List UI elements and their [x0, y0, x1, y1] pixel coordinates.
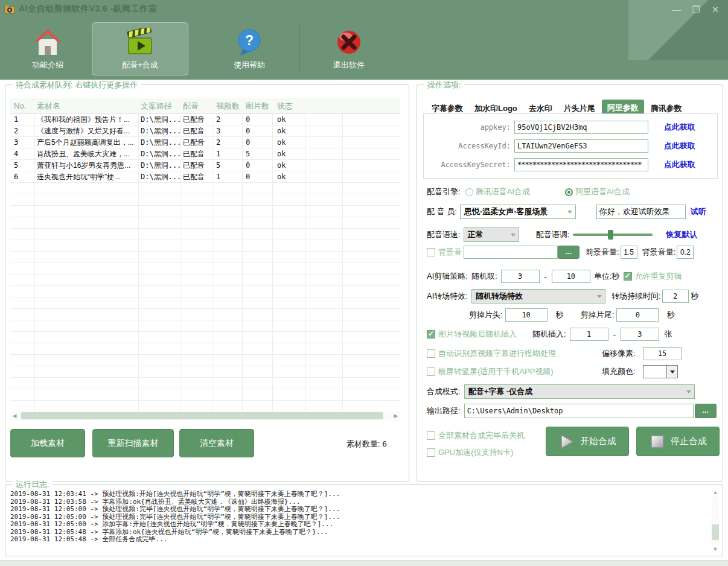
table-cell-name: 萧亚轩与小16岁男友再秀恩... — [34, 160, 138, 171]
compose-mode-dropdown[interactable]: 配音+字幕 -仅合成 — [464, 384, 695, 399]
log-vertical-scrollbar[interactable]: ▲ ▼ — [711, 489, 720, 552]
bgm-checkbox[interactable] — [427, 248, 435, 256]
accesskeysecret-get-link[interactable]: 点此获取 — [664, 159, 695, 170]
appkey-get-link[interactable]: 点此获取 — [664, 122, 695, 133]
toolbar-item-help[interactable]: ? 使用帮助 — [216, 28, 283, 71]
rotate-portrait-checkbox[interactable] — [427, 367, 435, 376]
blur-subtitle-label[interactable]: 自动识别原视频字幕进行模糊处理 — [438, 348, 556, 359]
bgm-label[interactable]: 背景音 — [438, 247, 462, 258]
log-scrollbar-thumb[interactable] — [712, 524, 719, 540]
insert-max-input[interactable] — [621, 328, 659, 341]
blur-subtitle-checkbox[interactable] — [427, 349, 435, 358]
toolbar-item-intro[interactable]: 功能介绍 — [14, 28, 81, 71]
titlebar: AI全自动剪辑软件V3.6 -跃网工作室 — ❐ ✕ — [0, 0, 728, 18]
scroll-up-icon[interactable]: ▲ — [711, 489, 720, 495]
column-header[interactable]: 图片数 — [242, 98, 272, 113]
accesskeyid-get-link[interactable]: 点此获取 — [664, 141, 695, 151]
log-scrollbar-track[interactable] — [712, 497, 719, 545]
scroll-down-icon[interactable]: ▼ — [711, 546, 720, 552]
accesskeysecret-input[interactable] — [514, 158, 648, 171]
allow-repeat-label[interactable]: 允许重复剪辑 — [635, 271, 682, 282]
engine-ali-label[interactable]: 阿里语音AI合成 — [575, 186, 630, 197]
table-cell-images: 5 — [242, 148, 272, 160]
clip-min-input[interactable] — [501, 270, 540, 283]
table-row[interactable]: 6连央视也开始玩“明学”梗...D:\黑洞...已配音10ok — [10, 171, 400, 183]
chevron-down-icon — [511, 234, 516, 237]
column-header[interactable]: 配音 — [180, 98, 212, 113]
trim-head-input[interactable] — [505, 308, 548, 322]
offset-pixels-input[interactable] — [643, 347, 682, 360]
shutdown-checkbox[interactable] — [427, 431, 435, 440]
transition-duration-input[interactable] — [662, 290, 689, 303]
gpu-label[interactable]: GPU加速(仅支持N卡) — [438, 447, 513, 458]
stop-compose-button[interactable]: 停止合成 — [636, 427, 720, 456]
table-cell-name: 产后5个月赵丽颖高调复出，... — [34, 137, 138, 148]
output-browse-button[interactable]: ... — [695, 404, 717, 418]
engine-tencent-label[interactable]: 腾讯语音AI合成 — [476, 186, 530, 197]
table-cell-dub: 已配音 — [180, 126, 212, 137]
listen-link[interactable]: 试听 — [691, 206, 706, 217]
column-header[interactable]: 状态 — [272, 98, 400, 113]
pitch-slider[interactable] — [573, 230, 653, 240]
start-compose-label: 开始合成 — [580, 436, 616, 447]
engine-tencent-radio[interactable] — [465, 188, 473, 196]
fg-volume-input[interactable] — [621, 246, 637, 259]
scroll-left-icon[interactable]: ◀ — [10, 411, 19, 421]
output-path-input[interactable] — [464, 404, 694, 418]
log-lines: 2019-08-31 12:03:41 -> 预处理视频:开始[连央视也开始玩“… — [10, 491, 707, 553]
voice-dropdown[interactable]: 思悦-温柔女声-客服场景 — [460, 205, 576, 219]
toolbar-item-exit[interactable]: 退出软件 — [316, 28, 382, 71]
column-header[interactable]: 素材名 — [34, 98, 138, 113]
preview-text-input[interactable] — [596, 205, 686, 219]
start-compose-button[interactable]: 开始合成 — [546, 427, 629, 456]
fill-color-dropdown-button[interactable] — [667, 365, 678, 378]
table-cell-images: 0 — [242, 160, 272, 171]
insert-unit-label: 张 — [664, 329, 672, 340]
close-button[interactable]: ✕ — [710, 5, 721, 14]
toolbar-item-dub-compose[interactable]: 配音+合成 — [92, 22, 188, 75]
table-cell-no: 5 — [10, 160, 34, 171]
shutdown-label[interactable]: 全部素材合成完毕后关机 — [438, 430, 525, 441]
reset-default-link[interactable]: 恢复默认 — [666, 229, 697, 240]
bg-volume-input[interactable] — [677, 246, 694, 259]
horizontal-scrollbar-thumb[interactable] — [21, 412, 383, 419]
engine-ali-radio[interactable] — [565, 188, 573, 196]
trim-tail-input[interactable] — [616, 308, 659, 322]
speed-dropdown[interactable]: 正常 — [464, 227, 519, 242]
horizontal-scrollbar[interactable]: ◀ ▶ — [10, 411, 400, 421]
column-header[interactable]: 视频数 — [212, 98, 242, 113]
appkey-input[interactable] — [514, 121, 648, 134]
fill-color-swatch[interactable] — [643, 365, 667, 378]
table-row[interactable]: 1《我和我的祖国》预告片！...D:\黑洞...已配音20ok — [10, 114, 400, 126]
queue-groupbox: 待合成素材队列: 右键执行更多操作 No.素材名文案路径配音视频数图片数状态 1… — [5, 84, 409, 482]
image-insert-checkbox[interactable] — [427, 330, 435, 339]
column-header[interactable]: No. — [10, 98, 34, 113]
table-cell-no: 3 — [10, 137, 34, 148]
scroll-right-icon[interactable]: ▶ — [392, 411, 400, 421]
minimize-button[interactable]: — — [671, 5, 682, 14]
clip-max-input[interactable] — [552, 270, 590, 283]
rescan-materials-button[interactable]: 重新扫描素材 — [92, 429, 174, 457]
load-materials-button[interactable]: 加载素材 — [10, 429, 85, 457]
table-row[interactable]: 2《速度与激情》又烂又好看...D:\黑洞...已配音30ok — [10, 126, 400, 137]
chevron-down-icon — [567, 211, 572, 214]
rotate-portrait-label[interactable]: 横屏转竖屏(适用于手机APP视频) — [438, 366, 554, 377]
gpu-checkbox[interactable] — [427, 448, 435, 457]
table-row[interactable]: 3产后5个月赵丽颖高调复出，...D:\黑洞...已配音20ok — [10, 137, 400, 148]
table-row[interactable]: 4肖战扮丑、孟美岐大灾难，...D:\黑洞...已配音15ok — [10, 148, 400, 160]
allow-repeat-checkbox[interactable] — [624, 272, 632, 281]
pitch-slider-knob[interactable] — [608, 230, 613, 240]
queue-group-title: 待合成素材队列: 右键执行更多操作 — [13, 80, 141, 91]
maximize-button[interactable]: ❐ — [691, 5, 701, 14]
transition-dropdown[interactable]: 随机转场特效 — [471, 289, 605, 304]
bgm-browse-button[interactable]: ... — [558, 246, 580, 259]
bgm-path-input[interactable] — [464, 246, 558, 259]
image-insert-label[interactable]: 图片转视频后随机插入 — [438, 329, 517, 340]
table-row[interactable]: 5萧亚轩与小16岁男友再秀恩...D:\黑洞...已配音50ok — [10, 160, 400, 171]
column-header[interactable]: 文案路径 — [138, 98, 180, 113]
accesskeyid-input[interactable] — [514, 139, 648, 153]
table-cell-path: D:\黑洞... — [138, 137, 180, 148]
insert-min-input[interactable] — [570, 328, 608, 341]
table-cell-status: ok — [272, 137, 400, 148]
clear-materials-button[interactable]: 清空素材 — [179, 429, 254, 457]
